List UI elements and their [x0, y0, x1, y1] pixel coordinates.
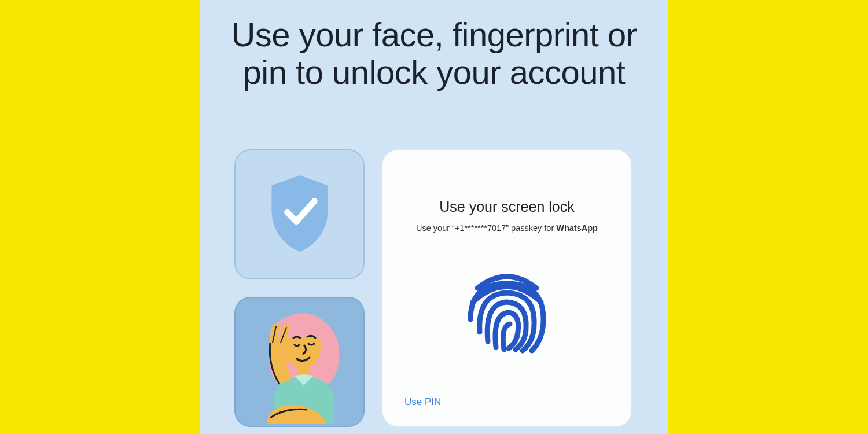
promo-card: Use your face, fingerprint or pin to unl… [200, 0, 668, 434]
avatar-tile [234, 297, 365, 427]
screen-lock-subtitle: Use your “+1*******7017” passkey for Wha… [416, 223, 598, 233]
headline-text: Use your face, fingerprint or pin to unl… [226, 16, 642, 91]
subtitle-prefix: Use your “ [416, 223, 455, 233]
person-peace-sign-illustration-icon [239, 302, 361, 426]
screen-lock-card: Use your screen lock Use your “+1*******… [382, 149, 632, 427]
subtitle-passkey: +1*******7017 [455, 223, 506, 233]
use-pin-button[interactable]: Use PIN [404, 396, 441, 408]
subtitle-app-name: WhatsApp [556, 223, 598, 233]
fingerprint-button[interactable] [458, 264, 556, 365]
screen-lock-title: Use your screen lock [439, 198, 574, 215]
fingerprint-icon [458, 264, 556, 365]
subtitle-mid: ” passkey for [506, 223, 556, 233]
shield-check-icon [266, 173, 334, 256]
shield-tile [234, 149, 365, 279]
